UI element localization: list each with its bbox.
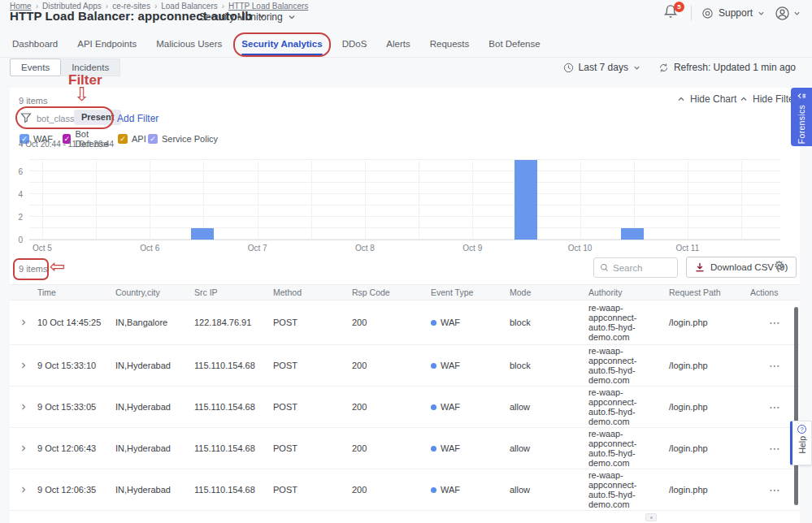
chart-bar[interactable] bbox=[621, 228, 644, 240]
column-header-event-type[interactable]: Event Type bbox=[431, 287, 510, 297]
tab-dashboard[interactable]: Dashboard bbox=[11, 36, 59, 55]
row-expander-button[interactable] bbox=[10, 318, 37, 326]
refresh-icon bbox=[658, 63, 669, 73]
x-axis-tick-label: Oct 9 bbox=[462, 244, 482, 253]
column-header-authority[interactable]: Authority bbox=[588, 287, 669, 297]
help-question-icon: ? bbox=[797, 425, 806, 434]
hide-filter-button[interactable]: Hide Filter bbox=[740, 93, 797, 105]
row-actions-button[interactable]: ⋯ bbox=[750, 359, 800, 372]
signal-checkbox-service-policy[interactable]: ✓Service Policy bbox=[148, 129, 218, 149]
table-row[interactable]: 9 Oct 12:06:43IN,Hyderabad115.110.154.68… bbox=[10, 428, 800, 469]
column-header-src-ip[interactable]: Src IP bbox=[194, 287, 273, 297]
filter-operator-chip[interactable]: Present bbox=[74, 110, 121, 125]
chart-gridline-horizontal bbox=[29, 239, 780, 240]
row-actions-button[interactable]: ⋯ bbox=[750, 483, 800, 496]
checkbox-checked-icon[interactable]: ✓ bbox=[118, 134, 128, 144]
table-scrollbar[interactable] bbox=[794, 307, 798, 505]
event-type-label: WAF bbox=[441, 318, 460, 327]
y-axis-tick-label: 0 bbox=[18, 236, 23, 244]
chevron-down-icon bbox=[633, 64, 640, 71]
table-items-count: 9 items bbox=[19, 264, 47, 274]
cell-country-city: IN,Hyderabad bbox=[115, 485, 194, 495]
table-row[interactable]: 9 Oct 12:06:35IN,Hyderabad115.110.154.68… bbox=[10, 469, 800, 511]
table-row[interactable]: 10 Oct 14:45:25IN,Bangalore122.184.76.91… bbox=[10, 300, 800, 345]
waf-dot-icon bbox=[431, 487, 436, 493]
table-settings-gear-icon[interactable]: ⚙ bbox=[774, 258, 784, 273]
tab-api-endpoints[interactable]: API Endpoints bbox=[76, 36, 138, 55]
x-axis-tick-label: Oct 7 bbox=[248, 244, 267, 253]
row-actions-button[interactable]: ⋯ bbox=[750, 400, 800, 413]
chart-bar[interactable] bbox=[515, 160, 537, 240]
tab-malicious-users[interactable]: Malicious Users bbox=[154, 36, 224, 55]
cell-src-ip: 115.110.154.68 bbox=[194, 402, 273, 412]
monitoring-selector[interactable]: Security Monitoring bbox=[199, 11, 296, 23]
refresh-button[interactable]: Refresh: Updated 1 min ago bbox=[658, 62, 796, 73]
waf-dot-icon bbox=[431, 446, 436, 452]
row-expander-button[interactable] bbox=[10, 486, 37, 494]
chart-gridline-vertical bbox=[150, 161, 150, 240]
y-axis-tick-label: 2 bbox=[18, 213, 23, 222]
cell-method: POST bbox=[273, 402, 352, 412]
tab-ddos[interactable]: DDoS bbox=[341, 36, 369, 55]
avatar-icon bbox=[775, 6, 790, 21]
table-body: 10 Oct 14:45:25IN,Bangalore122.184.76.91… bbox=[10, 300, 800, 511]
signal-checkbox-api[interactable]: ✓API bbox=[118, 129, 148, 149]
top-header: Home›Distributed Apps›ce-re-sites›Load B… bbox=[0, 0, 812, 88]
hide-chart-button[interactable]: Hide Chart bbox=[677, 93, 736, 105]
row-actions-button[interactable]: ⋯ bbox=[750, 316, 800, 329]
column-header-request-path[interactable]: Request Path bbox=[669, 287, 750, 297]
time-range-selector[interactable]: Last 7 days bbox=[563, 62, 640, 73]
tab-alerts[interactable]: Alerts bbox=[384, 36, 411, 55]
analytics-panel: 9 items Hide Chart Hide Filter bot_class… bbox=[10, 88, 800, 523]
forensics-panel-icon bbox=[797, 92, 807, 102]
user-menu[interactable] bbox=[775, 6, 801, 21]
row-expander-button[interactable] bbox=[10, 361, 37, 370]
incidents-toggle-button[interactable]: Incidents bbox=[61, 58, 120, 76]
chart-gridline-vertical bbox=[472, 161, 473, 240]
cell-src-ip: 122.184.76.91 bbox=[194, 318, 273, 327]
tab-security-analytics[interactable]: Security Analytics bbox=[240, 36, 323, 55]
column-header-mode[interactable]: Mode bbox=[510, 287, 588, 297]
row-expander-button[interactable] bbox=[10, 403, 37, 411]
column-header-time[interactable]: Time bbox=[37, 287, 115, 297]
column-header-actions[interactable]: Actions bbox=[750, 287, 800, 297]
cell-time: 9 Oct 12:06:35 bbox=[37, 485, 115, 495]
chart-items-count: 9 items bbox=[19, 96, 47, 106]
download-icon bbox=[695, 262, 705, 272]
table-row[interactable]: 9 Oct 15:33:05IN,Hyderabad115.110.154.68… bbox=[10, 387, 800, 428]
chart-bar[interactable] bbox=[191, 228, 214, 240]
column-header-rsp-code[interactable]: Rsp Code bbox=[352, 287, 431, 297]
tabs-divider bbox=[0, 57, 812, 58]
cell-event-type: WAF bbox=[431, 402, 510, 412]
column-header-country-city[interactable]: Country,city bbox=[115, 287, 194, 297]
search-input[interactable] bbox=[613, 263, 670, 273]
column-header-method[interactable]: Method bbox=[273, 287, 352, 297]
tab-requests[interactable]: Requests bbox=[428, 36, 471, 55]
chevron-down-icon bbox=[288, 13, 296, 21]
tab-bot-defense[interactable]: Bot Defense bbox=[487, 36, 541, 55]
support-menu[interactable]: Support bbox=[701, 7, 765, 19]
waf-dot-icon bbox=[431, 320, 436, 326]
cell-authority: re-waap-appconnect-auto.f5-hyd-demo.com bbox=[588, 470, 669, 509]
forensics-side-tab[interactable]: Forensics bbox=[791, 88, 812, 146]
help-tab-label: Help bbox=[797, 436, 807, 454]
time-toolbar: Last 7 days Refresh: Updated 1 min ago bbox=[563, 62, 796, 73]
chart-gridline-vertical bbox=[42, 161, 43, 240]
add-filter-link[interactable]: Add Filter bbox=[117, 113, 158, 124]
events-toggle-button[interactable]: Events bbox=[10, 58, 61, 76]
table-row[interactable]: 9 Oct 15:33:10IN,Hyderabad115.110.154.68… bbox=[10, 345, 800, 387]
help-side-tab[interactable]: ? Help bbox=[790, 421, 812, 465]
notifications-button[interactable]: 5 bbox=[663, 4, 681, 22]
cell-request-path: /login.php bbox=[669, 361, 750, 370]
event-type-label: WAF bbox=[441, 361, 460, 370]
chart-gridline-vertical bbox=[311, 161, 312, 240]
cell-src-ip: 115.110.154.68 bbox=[194, 485, 273, 495]
table-scroll-grip[interactable] bbox=[645, 513, 657, 521]
chart-gridline-horizontal bbox=[29, 171, 780, 171]
top-right-controls: 5 Support bbox=[663, 3, 801, 23]
chart-gridline-horizontal bbox=[29, 205, 780, 205]
search-icon bbox=[600, 263, 609, 272]
row-expander-button[interactable] bbox=[10, 444, 37, 452]
cell-authority: re-waap-appconnect-auto.f5-hyd-demo.com bbox=[588, 303, 669, 342]
checkbox-checked-icon[interactable]: ✓ bbox=[148, 134, 158, 144]
